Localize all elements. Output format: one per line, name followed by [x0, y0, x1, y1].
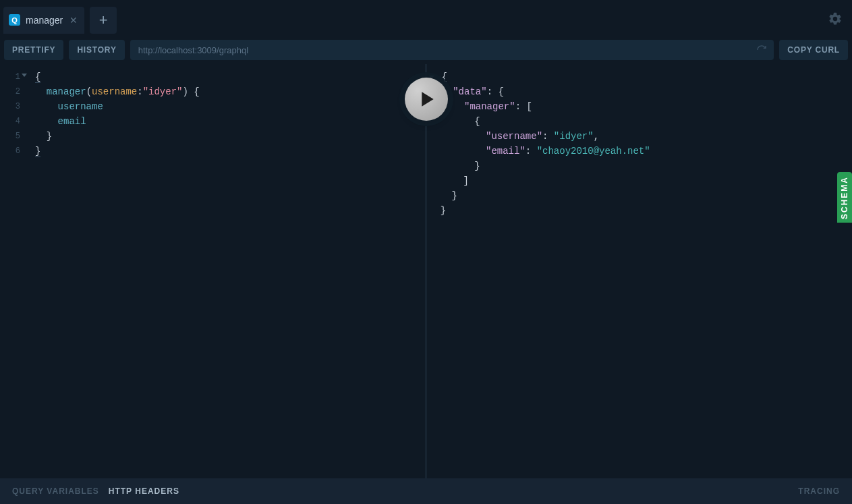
history-button[interactable]: HISTORY [69, 40, 124, 60]
tab-manager[interactable]: Q manager ✕ [3, 7, 84, 34]
tab-http-headers[interactable]: HTTP HEADERS [109, 486, 179, 496]
result-viewer[interactable]: { "data": { "manager": [ { "username": "… [426, 64, 852, 218]
tab-bar: Q manager ✕ + [0, 0, 852, 36]
editor-gutter: 1 2 3 4 5 6 [0, 69, 24, 159]
play-icon [420, 90, 435, 108]
execute-button[interactable] [405, 78, 448, 121]
endpoint-url-box[interactable] [130, 40, 774, 60]
main-split: 1 2 3 4 5 6 { manager(username:"idyer") … [0, 64, 852, 478]
tab-tracing[interactable]: TRACING [798, 486, 840, 496]
result-pane: { "data": { "manager": [ { "username": "… [426, 64, 852, 478]
settings-icon[interactable] [828, 11, 843, 29]
reload-icon[interactable] [756, 45, 767, 55]
query-editor-pane[interactable]: 1 2 3 4 5 6 { manager(username:"idyer") … [0, 64, 426, 478]
schema-panel-toggle[interactable]: SCHEMA [837, 172, 852, 223]
fold-icon[interactable] [22, 74, 27, 77]
prettify-button[interactable]: PRETTIFY [4, 40, 63, 60]
endpoint-url-input[interactable] [137, 45, 757, 56]
copy-curl-button[interactable]: COPY CURL [779, 40, 848, 60]
plus-icon: + [99, 11, 108, 29]
close-tab-icon[interactable]: ✕ [69, 16, 78, 25]
toolbar: PRETTIFY HISTORY COPY CURL [0, 36, 852, 64]
tab-label: manager [26, 15, 63, 26]
footer-bar: QUERY VARIABLES HTTP HEADERS TRACING [0, 478, 852, 504]
tab-query-variables[interactable]: QUERY VARIABLES [12, 486, 99, 496]
tab-type-badge: Q [9, 14, 20, 26]
new-tab-button[interactable]: + [90, 7, 117, 34]
query-editor[interactable]: { manager(username:"idyer") { username e… [24, 69, 200, 159]
